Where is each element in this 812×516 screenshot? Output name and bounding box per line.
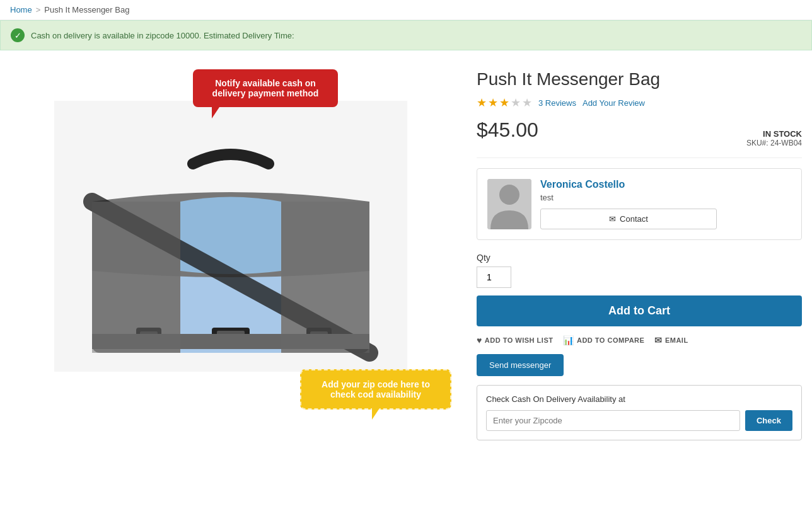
seller-card: Veronica Costello test ✉ Contact: [477, 168, 802, 240]
actions-row: ♥ ADD TO WISH LIST 📊 ADD TO COMPARE ✉ EM…: [477, 335, 802, 345]
star-2: ★: [488, 96, 498, 110]
wish-list-link[interactable]: ♥ ADD TO WISH LIST: [477, 335, 553, 345]
reviews-link[interactable]: 3 Reviews: [538, 98, 576, 108]
svg-point-13: [499, 185, 519, 205]
add-to-cart-button[interactable]: Add to Cart: [477, 295, 802, 326]
svg-rect-10: [92, 202, 180, 353]
seller-name: Veronica Costello: [540, 179, 791, 190]
send-messenger-button[interactable]: Send messenger: [477, 354, 564, 376]
envelope-icon: ✉: [609, 214, 616, 224]
breadcrumb: Home > Push It Messenger Bag: [0, 0, 812, 20]
cod-availability-banner: ✓ Cash on delivery is available in zipco…: [0, 20, 812, 50]
cod-check-row: Check: [486, 410, 792, 431]
mail-icon: ✉: [654, 335, 663, 345]
email-label: EMAIL: [665, 336, 688, 344]
qty-label: Qty: [477, 253, 802, 263]
rating-row: ★ ★ ★ ★ ★ 3 Reviews Add Your Review: [477, 96, 802, 110]
quantity-section: Qty: [477, 253, 802, 288]
compare-label: ADD TO COMPARE: [577, 336, 644, 344]
product-title: Push It Messenger Bag: [477, 69, 802, 89]
chart-icon: 📊: [563, 335, 574, 345]
quantity-input[interactable]: [477, 267, 511, 288]
svg-rect-11: [281, 202, 369, 353]
heart-icon: ♥: [477, 335, 482, 345]
product-details-panel: Push It Messenger Bag ★ ★ ★ ★ ★ 3 Review…: [477, 63, 802, 440]
star-4: ★: [511, 96, 521, 110]
cod-banner-message: Cash on delivery is available in zipcode…: [31, 31, 294, 40]
cod-check-icon: ✓: [11, 28, 25, 42]
contact-button[interactable]: ✉ Contact: [540, 209, 717, 229]
add-review-link[interactable]: Add Your Review: [583, 98, 645, 108]
notify-cod-tooltip: Notify available cash on delivery paymen…: [193, 69, 338, 107]
check-cod-button[interactable]: Check: [745, 410, 792, 431]
product-image-container: Add your zip code here to check cod avai…: [10, 101, 451, 372]
sku: SKU#: 24-WB04: [746, 139, 802, 147]
breadcrumb-separator: >: [36, 5, 41, 14]
star-3: ★: [499, 96, 509, 110]
cod-check-section: Check Cash On Delivery Availability at C…: [477, 385, 802, 440]
product-stars: ★ ★ ★ ★ ★: [477, 96, 532, 110]
stock-status: IN STOCK: [746, 129, 802, 139]
email-link[interactable]: ✉ EMAIL: [654, 335, 688, 345]
breadcrumb-current: Push It Messenger Bag: [44, 5, 129, 14]
main-content: Notify available cash on delivery paymen…: [0, 50, 812, 453]
zipcode-tooltip: Add your zip code here to check cod avai…: [300, 369, 451, 410]
compare-link[interactable]: 📊 ADD TO COMPARE: [563, 335, 644, 345]
product-image-panel: Notify available cash on delivery paymen…: [10, 63, 451, 440]
seller-avatar: [487, 179, 531, 229]
star-1: ★: [477, 96, 487, 110]
star-5: ★: [522, 96, 532, 110]
breadcrumb-home[interactable]: Home: [10, 5, 32, 14]
sku-label: SKU#:: [746, 139, 768, 147]
contact-label: Contact: [620, 214, 648, 224]
sku-value: 24-WB04: [770, 139, 802, 147]
wish-list-label: ADD TO WISH LIST: [485, 336, 554, 344]
product-image: [54, 101, 407, 372]
price-row: $45.00 IN STOCK SKU#: 24-WB04: [477, 118, 802, 158]
seller-info: Veronica Costello test ✉ Contact: [540, 179, 791, 229]
product-price: $45.00: [477, 118, 538, 142]
zipcode-input[interactable]: [486, 410, 740, 431]
seller-description: test: [540, 193, 791, 202]
cod-check-title: Check Cash On Delivery Availability at: [486, 394, 792, 404]
stock-info: IN STOCK SKU#: 24-WB04: [746, 129, 802, 147]
